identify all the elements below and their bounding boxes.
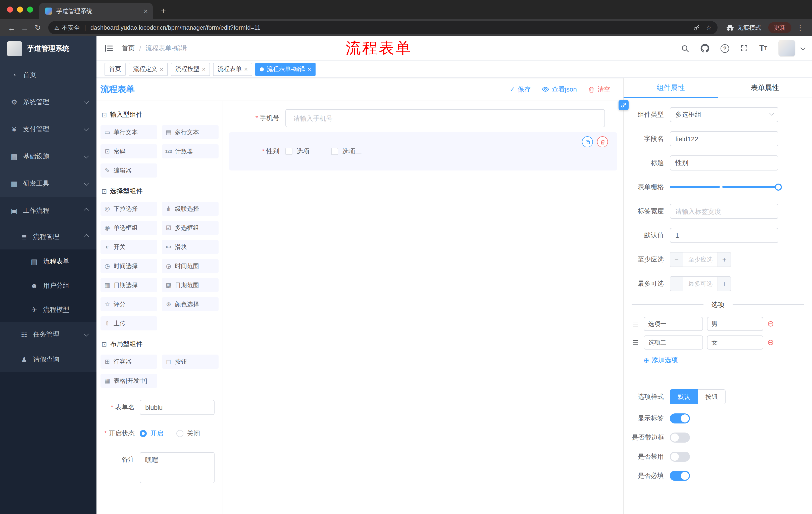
palette-item-select[interactable]: ◎下拉选择 bbox=[100, 202, 157, 216]
palette-item-slider[interactable]: ⊷滑块 bbox=[162, 240, 219, 254]
form-name-input[interactable] bbox=[140, 400, 214, 415]
widget-gender-selected[interactable]: 性别 选项一 选项二 bbox=[229, 132, 617, 170]
palette-item-time-picker[interactable]: ◷时间选择 bbox=[100, 259, 157, 273]
tab-component-props[interactable]: 组件属性 bbox=[624, 78, 718, 98]
form-canvas[interactable]: 手机号 bbox=[223, 101, 623, 514]
breadcrumb-home[interactable]: 首页 bbox=[122, 44, 135, 53]
bookmark-star-icon[interactable]: ☆ bbox=[706, 24, 712, 31]
sidebar-item-leave-query[interactable]: ♟ 请假查询 bbox=[0, 347, 96, 372]
grid-slider[interactable] bbox=[670, 180, 778, 195]
sidebar-item-process-model[interactable]: ✈ 流程模型 bbox=[0, 298, 96, 322]
sidebar-item-process-manage[interactable]: ≣ 流程管理 bbox=[0, 224, 96, 249]
sidebar-item-process-form[interactable]: ▤ 流程表单 bbox=[0, 249, 96, 274]
max-stepper-value[interactable]: 最多可选 bbox=[684, 277, 718, 291]
link-tag[interactable] bbox=[618, 100, 629, 110]
option-label-input[interactable] bbox=[644, 317, 703, 331]
slider-track[interactable] bbox=[670, 186, 778, 188]
close-icon[interactable]: × bbox=[308, 66, 311, 72]
palette-item-color-picker[interactable]: ⊛颜色选择 bbox=[162, 297, 219, 311]
font-size-icon[interactable]: TT bbox=[759, 44, 767, 52]
clear-button[interactable]: 清空 bbox=[588, 85, 610, 94]
palette-item-cascader[interactable]: ⋔级联选择 bbox=[162, 202, 219, 216]
avatar[interactable] bbox=[778, 40, 795, 57]
palette-item-row-container[interactable]: ⊞行容器 bbox=[100, 355, 157, 369]
radio-on[interactable]: 开启 bbox=[140, 429, 163, 438]
github-icon[interactable] bbox=[700, 44, 709, 53]
tag-view-process-model[interactable]: 流程模型 × bbox=[171, 63, 210, 76]
min-stepper-value[interactable]: 至少应选 bbox=[684, 252, 718, 267]
sidebar-item-devtools[interactable]: ▦ 研发工具 bbox=[0, 170, 96, 197]
new-tab-button[interactable]: + bbox=[157, 4, 170, 18]
required-toggle[interactable] bbox=[670, 471, 690, 481]
back-icon[interactable]: ← bbox=[5, 21, 18, 34]
tag-view-home[interactable]: 首页 bbox=[105, 63, 126, 76]
tag-view-process-form[interactable]: 流程表单 × bbox=[213, 63, 252, 76]
field-name-input[interactable] bbox=[670, 131, 778, 146]
palette-item-editor[interactable]: ✎编辑器 bbox=[100, 163, 157, 178]
label-width-input[interactable] bbox=[670, 204, 778, 219]
palette-item-button[interactable]: ◻按钮 bbox=[162, 355, 219, 369]
minus-icon[interactable]: − bbox=[670, 277, 684, 291]
close-icon[interactable]: × bbox=[160, 66, 163, 72]
palette-item-radio-group[interactable]: ◉单选框组 bbox=[100, 221, 157, 235]
help-icon[interactable]: ? bbox=[721, 44, 729, 53]
plus-icon[interactable]: + bbox=[718, 277, 731, 291]
search-icon[interactable] bbox=[681, 44, 689, 53]
palette-item-date-range[interactable]: ▩日期范围 bbox=[162, 278, 219, 292]
style-button-button[interactable]: 按钮 bbox=[698, 389, 726, 404]
sidebar-item-payment[interactable]: ¥ 支付管理 bbox=[0, 116, 96, 143]
widget-phone[interactable]: 手机号 bbox=[229, 107, 617, 129]
palette-item-upload[interactable]: ⇧上传 bbox=[100, 316, 157, 330]
tag-view-process-definition[interactable]: 流程定义 × bbox=[128, 63, 168, 76]
key-icon[interactable] bbox=[693, 24, 700, 31]
remove-option-icon[interactable]: ⊖ bbox=[767, 320, 774, 328]
close-icon[interactable]: × bbox=[202, 66, 205, 72]
close-icon[interactable]: × bbox=[244, 66, 248, 72]
update-button[interactable]: 更新 bbox=[768, 22, 791, 33]
zoom-window-button[interactable] bbox=[27, 6, 33, 12]
browser-menu-icon[interactable]: ⋮ bbox=[793, 23, 807, 32]
slider-handle[interactable] bbox=[775, 184, 782, 191]
minimize-window-button[interactable] bbox=[17, 6, 23, 12]
fullscreen-icon[interactable] bbox=[740, 44, 748, 52]
style-default-button[interactable]: 默认 bbox=[670, 389, 698, 404]
close-window-button[interactable] bbox=[7, 6, 13, 12]
drag-handle-icon[interactable]: ☰ bbox=[632, 320, 640, 328]
tag-view-process-form-edit[interactable]: 流程表单-编辑 × bbox=[255, 63, 316, 76]
view-json-button[interactable]: 查看json bbox=[542, 85, 577, 94]
forward-icon[interactable]: → bbox=[18, 21, 31, 34]
delete-widget-button[interactable] bbox=[597, 136, 608, 147]
radio-off[interactable]: 关闭 bbox=[176, 429, 200, 438]
plus-icon[interactable]: + bbox=[718, 252, 731, 267]
sidebar-item-task-manage[interactable]: ☷ 任务管理 bbox=[0, 322, 96, 347]
show-label-toggle[interactable] bbox=[670, 413, 690, 424]
collapse-sidebar-icon[interactable] bbox=[105, 44, 114, 53]
option-value-input[interactable] bbox=[707, 317, 763, 331]
title-input[interactable] bbox=[670, 155, 778, 170]
checkbox-option-2[interactable]: 选项二 bbox=[331, 147, 362, 156]
checkbox-option-1[interactable]: 选项一 bbox=[285, 147, 316, 156]
sidebar-item-infrastructure[interactable]: ▤ 基础设施 bbox=[0, 143, 96, 170]
browser-tab[interactable]: 芋道管理系统 × bbox=[39, 3, 153, 19]
palette-item-checkbox-group[interactable]: ☑多选框组 bbox=[162, 221, 219, 235]
component-type-select[interactable]: 多选框组 bbox=[670, 107, 778, 122]
minus-icon[interactable]: − bbox=[670, 252, 684, 267]
tab-form-props[interactable]: 表单属性 bbox=[718, 78, 812, 98]
form-remark-textarea[interactable]: 嘿嘿 bbox=[140, 452, 214, 483]
palette-item-rate[interactable]: ☆评分 bbox=[100, 297, 157, 311]
phone-input[interactable] bbox=[285, 109, 605, 127]
palette-item-time-range[interactable]: ◶时间范围 bbox=[162, 259, 219, 273]
border-toggle[interactable] bbox=[670, 433, 690, 442]
save-button[interactable]: ✓ 保存 bbox=[510, 85, 531, 94]
address-bar[interactable]: ⚠ 不安全 | dashboard.yudao.iocoder.cn/bpm/m… bbox=[48, 21, 718, 34]
close-tab-icon[interactable]: × bbox=[143, 6, 149, 16]
copy-widget-button[interactable] bbox=[582, 136, 593, 147]
avatar-caret-icon[interactable] bbox=[801, 45, 806, 50]
palette-item-date-picker[interactable]: ▦日期选择 bbox=[100, 278, 157, 292]
option-value-input[interactable] bbox=[707, 335, 763, 350]
reload-icon[interactable]: ↻ bbox=[31, 21, 44, 34]
sidebar-item-home[interactable]: ◔ 首页 bbox=[0, 61, 96, 88]
drag-handle-icon[interactable]: ☰ bbox=[632, 339, 640, 346]
sidebar-item-system[interactable]: ⚙ 系统管理 bbox=[0, 88, 96, 116]
palette-item-password[interactable]: ⊡密码 bbox=[100, 144, 157, 158]
